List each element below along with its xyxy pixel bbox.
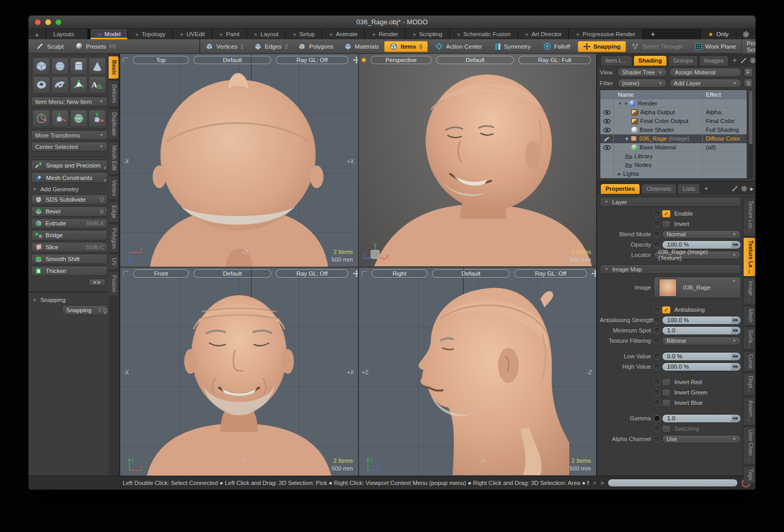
texture-filtering-dropdown[interactable]: Bilinear	[662, 337, 741, 345]
rotate-tool-button[interactable]	[70, 110, 87, 127]
presets-button[interactable]: Presets F6	[71, 41, 121, 51]
head-model-perspective-view[interactable]	[359, 54, 596, 266]
tab-art-director[interactable]: Art Director	[518, 29, 569, 39]
invert-checkbox[interactable]	[662, 220, 671, 228]
expand-plus-icon[interactable]: +	[625, 135, 628, 142]
viewport-style-button[interactable]: Default	[436, 56, 514, 64]
value-stepper[interactable]	[731, 353, 740, 360]
items-mode-button[interactable]: Items5	[384, 41, 428, 52]
polygon-pen-tool-button[interactable]	[70, 76, 87, 94]
text-tool-button[interactable]: A&	[88, 76, 106, 94]
value-stepper[interactable]	[731, 317, 740, 324]
expand-triangle-icon[interactable]	[618, 101, 622, 106]
tab-mesh-edit[interactable]: Mesh Edit	[109, 141, 119, 175]
s-button[interactable]: S	[744, 79, 753, 88]
raygl-button[interactable]: Ray GL: Full	[519, 56, 591, 64]
paint-target-cell[interactable]	[600, 134, 614, 143]
tab-topology[interactable]: Topology	[128, 29, 173, 39]
mesh-constraints-button[interactable]: Mesh Constraints	[31, 172, 108, 183]
viewport-style-button[interactable]: Default	[194, 56, 271, 64]
center-selected-dropdown[interactable]: Center Selected	[31, 142, 108, 151]
expand-triangle-icon[interactable]	[618, 172, 621, 176]
tab-properties[interactable]: Properties	[600, 184, 640, 194]
viewport-type-button[interactable]: Top	[133, 56, 189, 64]
active-viewport-indicator[interactable]	[362, 58, 366, 62]
select-through-button[interactable]: Select Through	[626, 41, 688, 51]
close-window-button[interactable]	[35, 19, 41, 25]
channel-circle[interactable]	[654, 307, 660, 313]
more-tools-button[interactable]: >>	[88, 279, 106, 286]
tab-surface[interactable]: Surfa...	[744, 327, 756, 351]
snapping-toggle-button[interactable]: Snapping	[578, 41, 626, 52]
tree-row-alpha-output[interactable]: Alpha Output Alpha	[600, 108, 747, 117]
tab-paint[interactable]: Paint	[212, 29, 247, 39]
scrollbar-thumb[interactable]	[749, 90, 752, 144]
minimize-window-button[interactable]	[45, 19, 51, 25]
antialiasing-strength-field[interactable]: 100.0 %	[662, 316, 741, 325]
tab-render[interactable]: Render	[365, 29, 405, 39]
raygl-button[interactable]: Ray GL: Off	[276, 269, 348, 278]
snapping-popover-button[interactable]: SnappingF11	[62, 305, 108, 315]
pin-layout-icon[interactable]: ▲	[28, 29, 46, 39]
channel-circle[interactable]	[654, 389, 660, 396]
tab-mesh[interactable]: Mesh	[744, 306, 756, 326]
viewport-corner-icon[interactable]	[123, 271, 128, 276]
channel-circle[interactable]	[654, 327, 660, 334]
value-stepper[interactable]	[731, 363, 740, 370]
polygons-mode-button[interactable]: Polygons	[293, 41, 338, 52]
tab-item-list[interactable]: Item L...	[600, 55, 632, 66]
head-model-top-view[interactable]	[120, 54, 358, 267]
zoom-window-button[interactable]	[55, 19, 62, 25]
tab-groups[interactable]: Groups	[668, 55, 698, 66]
channel-circle[interactable]	[654, 338, 660, 344]
channel-circle[interactable]	[654, 221, 660, 227]
view-mode-dropdown[interactable]: Shader Tree	[617, 68, 667, 77]
gamma-field[interactable]: 1.0	[662, 414, 741, 423]
smooth-shift-tool[interactable]: Smooth Shift	[31, 254, 108, 264]
channel-circle[interactable]	[654, 425, 660, 432]
tab-fusion[interactable]: Fusion	[109, 271, 119, 296]
invert-green-checkbox[interactable]	[662, 389, 671, 397]
tab-duplicate[interactable]: Duplicate	[109, 108, 119, 140]
tree-row-base-material[interactable]: Base Material (all)	[600, 143, 747, 152]
tab-schematic-fusion[interactable]: Schematic Fusion	[450, 29, 518, 39]
minimum-spot-field[interactable]: 1.0	[662, 326, 741, 335]
vertices-mode-button[interactable]: Vertices1	[200, 41, 249, 52]
invert-red-checkbox[interactable]	[662, 378, 671, 386]
scale-tool-button[interactable]	[88, 110, 106, 127]
viewport-type-button[interactable]: Front	[133, 269, 189, 278]
viewport-type-button[interactable]: Perspective	[371, 56, 432, 64]
project-scripts-dropdown[interactable]: Project Scripts	[741, 39, 756, 54]
raygl-button[interactable]: Ray GL: Off	[514, 269, 587, 278]
tab-vertex[interactable]: Vertex	[109, 176, 119, 200]
tree-row-render[interactable]: +Render	[600, 99, 747, 108]
extrude-tool[interactable]: ExtrudeShift-X	[31, 218, 108, 229]
visibility-cell[interactable]	[600, 99, 614, 108]
spiral-tool-button[interactable]	[51, 76, 69, 94]
viewport-right[interactable]: Right Default Ray GL: Off +Z -Z -Y yz	[359, 267, 596, 476]
add-layer-dropdown[interactable]: Add Layer	[669, 79, 742, 88]
cylinder-tool-button[interactable]	[70, 57, 87, 75]
tab-displacement[interactable]: Displ...	[744, 373, 756, 396]
transform-tool-button[interactable]	[33, 110, 50, 127]
shader-tree-scrollbar[interactable]	[748, 89, 753, 179]
symmetry-button[interactable]: Symmetry	[490, 41, 536, 52]
tab-tags[interactable]: Tags	[744, 466, 756, 483]
tab-shading[interactable]: Shading	[633, 55, 667, 66]
layouts-menu[interactable]: Layouts	[46, 29, 91, 39]
tab-scripting[interactable]: Scripting	[405, 29, 449, 39]
bridge-tool[interactable]: Bridge	[31, 230, 108, 240]
alpha-channel-dropdown[interactable]: Use	[662, 435, 741, 444]
image-map-section-header[interactable]: Image Map	[600, 264, 741, 274]
blend-mode-dropdown[interactable]: Normal	[662, 230, 741, 239]
tab-model[interactable]: Model	[91, 29, 128, 39]
channel-circle[interactable]	[654, 231, 660, 238]
tree-row-nodes[interactable]: Nodes	[600, 161, 747, 170]
thicken-tool[interactable]: Thicken	[31, 266, 108, 276]
materials-mode-button[interactable]: Materials	[339, 41, 384, 52]
snapping-section-header[interactable]: Snapping	[31, 295, 108, 303]
visibility-cell[interactable]	[600, 143, 614, 151]
more-transforms-dropdown[interactable]: More Transforms	[31, 130, 108, 140]
invert-blue-checkbox[interactable]	[662, 399, 671, 407]
viewport-corner-icon[interactable]	[123, 57, 128, 63]
